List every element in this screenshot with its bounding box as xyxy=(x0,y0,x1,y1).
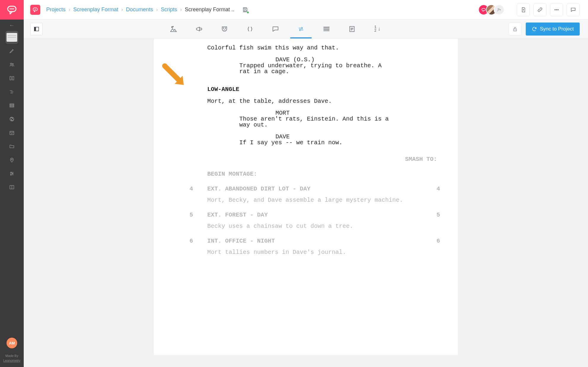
credits: Made By Leanometry xyxy=(3,354,20,367)
svg-rect-10 xyxy=(10,105,14,106)
sidebar-item-rows[interactable] xyxy=(6,100,18,111)
svg-point-34 xyxy=(558,9,558,10)
panel-toggle-button[interactable] xyxy=(30,23,43,35)
sync-button[interactable]: Sync to Project xyxy=(526,23,580,36)
scene-number-left: 6 xyxy=(172,238,207,244)
svg-point-32 xyxy=(555,9,555,10)
breadcrumb: Projects › Screenplay Format › Documents… xyxy=(46,7,234,13)
presence-add-button[interactable] xyxy=(494,4,504,15)
more-button[interactable] xyxy=(550,3,563,16)
scene-number-left: 5 xyxy=(172,212,207,218)
dots-icon xyxy=(554,7,560,13)
svg-rect-26 xyxy=(244,7,246,9)
sidebar-item-cast[interactable] xyxy=(6,59,18,70)
sidebar-item-shotlist[interactable] xyxy=(6,86,18,98)
script-dialogue: Those aren't rats, Einstein. And this is… xyxy=(239,116,396,128)
tool-general[interactable] xyxy=(321,23,332,35)
brand-logo[interactable] xyxy=(0,0,24,20)
scene-row: 4 EXT. ABANDONED DIRT LOT - DAY 4 xyxy=(172,186,440,192)
speech-bubble-icon xyxy=(481,7,486,12)
breadcrumb-project-name[interactable]: Screenplay Format xyxy=(73,7,118,13)
svg-rect-28 xyxy=(482,8,485,11)
svg-rect-5 xyxy=(12,76,14,80)
svg-point-33 xyxy=(556,9,557,10)
app-icon[interactable] xyxy=(30,5,40,15)
tool-character[interactable] xyxy=(219,23,230,35)
svg-point-2 xyxy=(10,63,12,65)
script-shot: LOW-ANGLE xyxy=(207,86,440,92)
save-indicator[interactable] xyxy=(242,7,248,13)
scene-heading: EXT. ABANDONED DIRT LOT - DAY xyxy=(207,186,422,192)
scene-row: 6 INT. OFFICE - NIGHT 6 xyxy=(172,238,440,244)
svg-point-15 xyxy=(11,159,12,160)
sidebar-item-settings[interactable] xyxy=(6,168,18,180)
aperture-icon xyxy=(9,116,15,122)
scene-number-right: 4 xyxy=(422,186,440,192)
sidebar-item-thumbnail[interactable] xyxy=(6,31,18,43)
comments-button[interactable] xyxy=(567,3,580,16)
user-avatar[interactable]: AM xyxy=(7,338,17,348)
svg-point-29 xyxy=(498,8,499,10)
script-page[interactable]: Colorful fish swim this way and that. DA… xyxy=(154,39,458,355)
lock-button[interactable] xyxy=(509,23,522,36)
calendar-icon xyxy=(9,130,15,136)
tool-transition[interactable] xyxy=(296,23,306,35)
back-button[interactable]: ← xyxy=(0,20,24,31)
add-person-icon xyxy=(496,7,502,12)
status-dot-icon xyxy=(247,11,249,14)
chevron-right-icon: › xyxy=(180,7,182,13)
columns-icon xyxy=(9,75,15,81)
scene-number-right: 5 xyxy=(422,212,440,218)
chevron-right-icon: › xyxy=(68,7,70,13)
transition-icon xyxy=(297,25,305,33)
script-dialogue: If I say yes -- we train now. xyxy=(239,140,396,146)
sidebar-item-files[interactable] xyxy=(6,140,18,152)
script-action: Mort, Becky, and Dave assemble a large m… xyxy=(207,197,428,203)
tool-action[interactable] xyxy=(194,23,204,35)
tool-dialogue[interactable] xyxy=(270,23,281,35)
link-icon xyxy=(537,7,543,13)
sidebar-item-storyboard[interactable] xyxy=(6,72,18,84)
chevron-right-icon: › xyxy=(156,7,158,13)
megaphone-icon xyxy=(195,25,203,33)
svg-rect-27 xyxy=(244,10,246,11)
export-button[interactable] xyxy=(517,3,530,16)
tool-parenthetical[interactable] xyxy=(245,23,255,35)
breadcrumb-projects[interactable]: Projects xyxy=(46,7,66,13)
toolbar: 12↓ Sync to Project xyxy=(24,20,588,39)
sidebar-item-calendar[interactable] xyxy=(6,127,18,139)
svg-rect-11 xyxy=(10,106,14,107)
pencil-icon xyxy=(9,48,15,54)
editor-canvas[interactable]: Colorful fish swim this way and that. DA… xyxy=(24,39,588,367)
panel-icon xyxy=(33,26,40,32)
sidebar-item-edit[interactable] xyxy=(6,45,18,57)
tool-scene-numbers[interactable]: 12↓ xyxy=(372,23,383,35)
tool-note[interactable] xyxy=(347,23,357,35)
parentheses-icon xyxy=(246,25,254,33)
script-action: Colorful fish swim this way and that. xyxy=(207,45,428,51)
script-dialogue: Trapped underwater, trying to breathe. A… xyxy=(239,63,396,75)
sidebar-item-aperture[interactable] xyxy=(6,113,18,125)
tool-scene[interactable] xyxy=(168,23,179,35)
breadcrumb-current: Screenplay Format .. xyxy=(185,7,234,13)
folder-icon xyxy=(9,143,15,149)
scene-number-right: 6 xyxy=(422,238,440,244)
speech-bubble-icon xyxy=(6,4,18,16)
sidebar-item-locations[interactable] xyxy=(6,154,18,166)
export-icon xyxy=(520,7,526,13)
numbers-icon: 12↓ xyxy=(374,25,381,33)
breadcrumb-documents[interactable]: Documents xyxy=(126,7,153,13)
scene-number-left: 4 xyxy=(172,186,207,192)
sync-button-label: Sync to Project xyxy=(540,26,574,32)
page-thumbnail-icon xyxy=(7,33,17,42)
annotation-arrow-icon xyxy=(160,62,189,90)
script-character: MORT xyxy=(275,110,440,116)
stagger-icon xyxy=(9,89,15,95)
share-link-button[interactable] xyxy=(533,3,546,16)
chevron-right-icon: › xyxy=(121,7,123,13)
breadcrumb-scripts[interactable]: Scripts xyxy=(161,7,177,13)
sidebar-item-reader[interactable] xyxy=(6,181,18,193)
speech-lines-icon xyxy=(32,7,38,13)
chat-icon xyxy=(570,7,576,13)
svg-point-38 xyxy=(173,26,173,27)
